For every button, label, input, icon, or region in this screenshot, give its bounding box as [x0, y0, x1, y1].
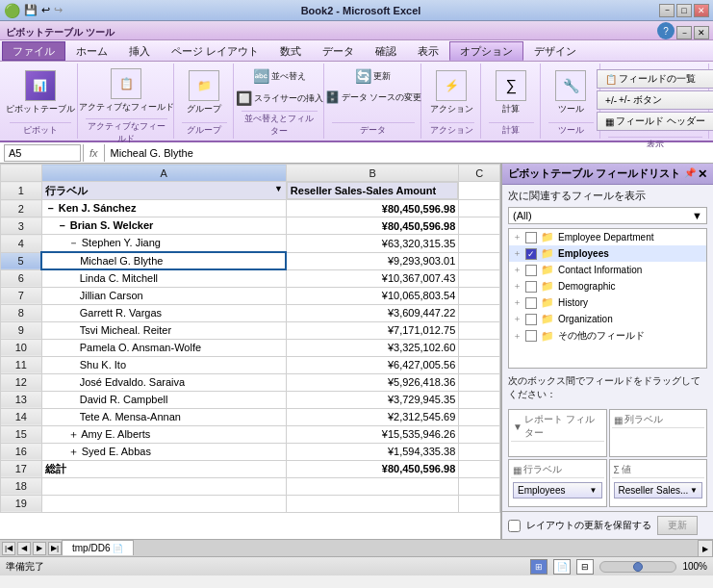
sheet-tab-0[interactable]: tmp/DD6 📄 [62, 540, 134, 555]
cell[interactable] [459, 269, 500, 287]
field-other[interactable]: ＋ 📁 その他のフィールド [509, 327, 706, 345]
normal-view-button[interactable]: ⊞ [530, 559, 547, 575]
cell[interactable]: ¥2,312,545.69 [286, 408, 458, 425]
field-check-other[interactable] [525, 330, 537, 342]
tools-button[interactable]: 🔧 ツール [549, 67, 592, 118]
refresh-button[interactable]: 🔄 更新 [350, 65, 395, 87]
row-header[interactable]: 12 [1, 373, 42, 391]
row-header[interactable]: 2 [1, 200, 42, 217]
cell[interactable] [459, 425, 500, 443]
row-header[interactable]: 5 [1, 252, 42, 269]
cell[interactable]: Michael G. Blythe [41, 252, 286, 269]
field-history[interactable]: ＋ 📁 History [509, 294, 706, 311]
cell[interactable] [286, 495, 458, 512]
data-source-button[interactable]: 🗄️ データ ソースの変更 [320, 88, 427, 107]
cell[interactable]: － Stephen Y. Jiang [41, 235, 286, 253]
cell[interactable] [459, 443, 500, 460]
pivot-table-button[interactable]: 📊 ピボットテーブル [1, 67, 80, 118]
row-header[interactable]: 15 [1, 425, 42, 443]
pivot-search-dropdown[interactable]: (All) ▼ [508, 207, 707, 224]
cell[interactable]: ¥10,065,803.54 [286, 287, 458, 304]
row-header[interactable]: 13 [1, 391, 42, 408]
cell[interactable] [459, 356, 500, 373]
tab-insert[interactable]: 挿入 [118, 41, 161, 61]
prev-sheet-button[interactable]: ◀ [17, 542, 31, 555]
cell[interactable] [459, 321, 500, 339]
cell[interactable] [459, 287, 500, 304]
tab-formulas[interactable]: 数式 [269, 41, 312, 61]
field-employee-dept[interactable]: ＋ 📁 Employee Department [509, 229, 706, 245]
calc-button[interactable]: ∑ 計算 [490, 67, 532, 118]
cell[interactable]: 行ラベル ▼ [41, 182, 286, 200]
field-check-employee-dept[interactable] [525, 232, 537, 243]
cell[interactable]: 総計 [41, 460, 286, 477]
cell[interactable] [41, 495, 286, 512]
tab-page-layout[interactable]: ページ レイアウト [161, 41, 269, 61]
cell[interactable] [459, 200, 500, 217]
cell[interactable]: Jillian Carson [41, 287, 286, 304]
pivot-panel-close[interactable]: ✕ [698, 167, 707, 181]
employees-chip[interactable]: Employees ▼ [513, 482, 602, 499]
cell[interactable]: ¥6,427,005.56 [286, 356, 458, 373]
tab-review[interactable]: 確認 [365, 41, 407, 61]
maximize-button[interactable]: □ [676, 4, 692, 17]
row-header[interactable]: 8 [1, 304, 42, 321]
field-demographic[interactable]: ＋ 📁 Demographic [509, 278, 706, 294]
next-sheet-button[interactable]: ▶ [33, 542, 46, 555]
col-header-a[interactable]: A [41, 165, 286, 182]
field-org[interactable]: ＋ 📁 Organization [509, 311, 706, 327]
cell[interactable] [286, 477, 458, 495]
field-check-demo[interactable] [525, 281, 537, 293]
cell[interactable]: ¥63,320,315.35 [286, 235, 458, 253]
cell[interactable]: － Brian S. Welcker [41, 217, 286, 235]
cell[interactable] [459, 235, 500, 253]
cell[interactable]: José Edvaldo. Saraiva [41, 373, 286, 391]
first-sheet-button[interactable]: |◀ [2, 542, 15, 555]
defer-update-checkbox[interactable] [508, 520, 521, 532]
col-header-c[interactable]: C [459, 165, 500, 182]
cell[interactable]: ¥3,729,945.35 [286, 391, 458, 408]
row-header[interactable]: 10 [1, 339, 42, 356]
field-check-history[interactable] [525, 297, 537, 309]
tab-home[interactable]: ホーム [65, 41, 118, 61]
undo-icon[interactable]: ↩ [41, 4, 50, 16]
field-check-org[interactable] [525, 314, 537, 325]
cell[interactable] [459, 182, 500, 200]
cell[interactable]: ¥80,450,596.98 [286, 217, 458, 235]
page-layout-button[interactable]: 📄 [553, 559, 571, 575]
field-header-button[interactable]: ▦ フィールド ヘッダー [597, 112, 713, 131]
action-button[interactable]: ⚡ アクション [425, 67, 478, 118]
close-button[interactable]: ✕ [694, 4, 709, 17]
page-break-button[interactable]: ⊟ [576, 559, 594, 575]
row-header[interactable]: 18 [1, 477, 42, 495]
tab-data[interactable]: データ [312, 41, 365, 61]
cell[interactable]: Tsvi Micheal. Reiter [41, 321, 286, 339]
slicer-button[interactable]: 🔲 スライサーの挿入 [231, 88, 328, 109]
formula-input[interactable] [107, 147, 709, 159]
row-header[interactable]: 7 [1, 287, 42, 304]
field-list-button[interactable]: 📋 フィールドの一覧 [597, 69, 713, 89]
update-button[interactable]: 更新 [657, 516, 698, 535]
tab-options[interactable]: オプション [449, 41, 523, 61]
cell[interactable]: ¥3,609,447.22 [286, 304, 458, 321]
row-header[interactable]: 1 [1, 182, 42, 200]
cell[interactable]: Garrett R. Vargas [41, 304, 286, 321]
cell[interactable]: ¥7,171,012.75 [286, 321, 458, 339]
reseller-sales-chip[interactable]: Reseller Sales... ▼ [614, 482, 703, 499]
row-header[interactable]: 4 [1, 235, 42, 253]
cell[interactable] [459, 252, 500, 269]
cell[interactable]: ¥5,926,418.36 [286, 373, 458, 391]
panel-close[interactable]: ✕ [694, 26, 709, 39]
cell[interactable]: ＋ Amy E. Alberts [41, 425, 286, 443]
scrollbar-track[interactable] [134, 540, 698, 556]
cell[interactable]: ¥80,450,596.98 [286, 200, 458, 217]
cell[interactable] [459, 460, 500, 477]
last-sheet-button[interactable]: ▶| [48, 542, 62, 555]
name-box[interactable] [4, 144, 81, 162]
cell[interactable]: Shu K. Ito [41, 356, 286, 373]
cell[interactable] [459, 477, 500, 495]
cell[interactable]: Pamela O. Ansman-Wolfe [41, 339, 286, 356]
help-icon[interactable]: ? [657, 22, 675, 39]
row-header[interactable]: 17 [1, 460, 42, 477]
cell[interactable]: ¥1,594,335.38 [286, 443, 458, 460]
